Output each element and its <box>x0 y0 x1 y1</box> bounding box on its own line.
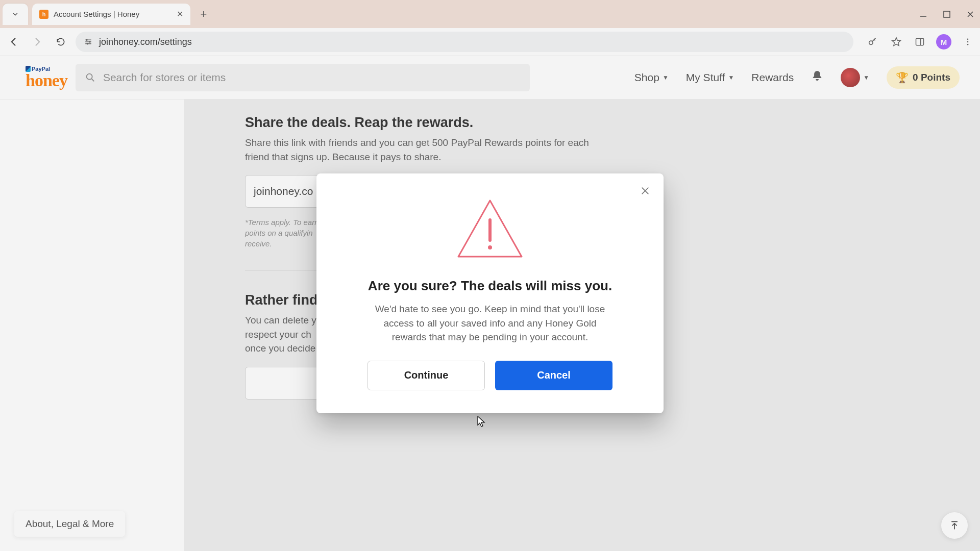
continue-button[interactable]: Continue <box>368 361 485 390</box>
maximize-icon[interactable] <box>942 10 951 19</box>
svg-point-18 <box>488 245 492 249</box>
honey-wordmark: honey <box>26 72 67 89</box>
notifications-bell-icon[interactable] <box>811 70 823 85</box>
arrow-left-icon <box>9 37 19 47</box>
back-button[interactable] <box>5 33 22 51</box>
browser-tab[interactable]: h Account Settings | Honey ✕ <box>32 4 190 25</box>
search-placeholder: Search for stores or items <box>103 71 226 84</box>
tab-title: Account Settings | Honey <box>54 10 172 18</box>
svg-line-15 <box>92 79 94 82</box>
svg-point-12 <box>967 41 969 43</box>
reload-icon <box>56 37 66 47</box>
site-settings-icon[interactable] <box>84 37 93 46</box>
arrow-up-to-line-icon <box>949 520 960 531</box>
close-window-icon[interactable] <box>966 10 975 19</box>
password-key-icon[interactable] <box>866 35 880 49</box>
svg-point-8 <box>869 41 873 44</box>
share-section-title: Share the deals. Reap the rewards. <box>245 115 980 131</box>
svg-rect-9 <box>916 38 924 45</box>
new-tab-button[interactable]: + <box>194 5 213 23</box>
svg-point-13 <box>967 44 969 45</box>
modal-button-row: Continue Cancel <box>337 361 643 390</box>
user-avatar-icon <box>841 68 860 87</box>
scroll-to-top-button[interactable] <box>941 512 968 539</box>
svg-point-6 <box>89 41 90 42</box>
svg-point-14 <box>87 74 92 80</box>
nav-shop[interactable]: Shop ▼ <box>634 71 669 84</box>
warning-triangle-icon <box>454 196 526 263</box>
nav-rewards[interactable]: Rewards <box>751 71 794 84</box>
window-controls <box>919 10 975 19</box>
browser-toolbar: joinhoney.com/settings M <box>0 28 980 56</box>
kebab-menu-icon[interactable] <box>961 35 975 49</box>
points-badge[interactable]: 🏆 0 Points <box>887 66 960 89</box>
honey-logo[interactable]: PayPal honey <box>26 66 67 89</box>
forward-button[interactable] <box>29 33 46 51</box>
modal-title: Are you sure? The deals will miss you. <box>337 278 643 294</box>
svg-point-11 <box>967 38 969 40</box>
search-icon <box>85 72 96 83</box>
trophy-icon: 🏆 <box>896 71 909 84</box>
tab-close-icon[interactable]: ✕ <box>177 9 183 19</box>
svg-rect-1 <box>944 11 950 17</box>
modal-description: We'd hate to see you go. Keep in mind th… <box>368 302 612 344</box>
chevron-down-icon: ▼ <box>663 74 669 81</box>
share-section-desc: Share this link with friends and you can… <box>245 136 612 164</box>
points-label: 0 Points <box>913 72 950 83</box>
modal-close-button[interactable] <box>637 183 653 199</box>
site-header: PayPal honey Search for stores or items … <box>0 56 980 99</box>
close-icon <box>640 186 650 196</box>
browser-tab-strip: h Account Settings | Honey ✕ + <box>0 0 980 28</box>
account-avatar-menu[interactable]: ▼ <box>841 68 869 87</box>
cancel-button[interactable]: Cancel <box>495 361 612 390</box>
side-panel-icon[interactable] <box>913 35 927 49</box>
minimize-icon[interactable] <box>919 10 928 19</box>
delete-confirm-modal: Are you sure? The deals will miss you. W… <box>316 173 664 413</box>
chevron-down-icon: ▼ <box>728 74 734 81</box>
honey-favicon-icon: h <box>39 10 48 19</box>
reload-button[interactable] <box>52 33 69 51</box>
address-bar[interactable]: joinhoney.com/settings <box>76 32 853 52</box>
settings-sidebar <box>0 99 184 551</box>
url-text: joinhoney.com/settings <box>99 37 192 47</box>
bookmark-star-icon[interactable] <box>889 35 903 49</box>
chevron-down-icon <box>12 11 19 18</box>
footer-about-link[interactable]: About, Legal & More <box>14 511 125 537</box>
browser-profile-avatar[interactable]: M <box>936 34 951 49</box>
arrow-right-icon <box>32 37 42 47</box>
tab-search-dropdown[interactable] <box>3 4 28 25</box>
nav-mystuff[interactable]: My Stuff ▼ <box>686 71 734 84</box>
search-input[interactable]: Search for stores or items <box>76 64 530 91</box>
chevron-down-icon: ▼ <box>863 74 869 81</box>
svg-point-7 <box>87 43 88 44</box>
svg-point-5 <box>86 39 87 41</box>
